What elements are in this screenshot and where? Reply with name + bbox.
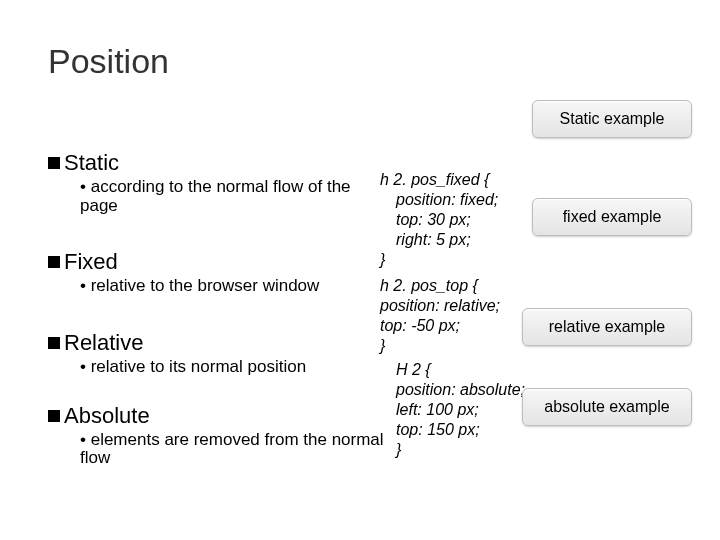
positions-list: Static according to the normal flow of t… — [48, 150, 388, 468]
square-bullet-icon — [48, 337, 60, 349]
static-example-button[interactable]: Static example — [532, 100, 692, 138]
code-line: } — [380, 440, 525, 460]
slide-title: Position — [48, 42, 169, 81]
heading-relative: Relative — [48, 330, 388, 356]
heading-label: Relative — [64, 330, 143, 356]
code-line: position: fixed; — [380, 190, 525, 210]
code-line: top: -50 px; — [380, 316, 525, 336]
code-line: position: relative; — [380, 296, 525, 316]
absolute-example-button[interactable]: absolute example — [522, 388, 692, 426]
square-bullet-icon — [48, 157, 60, 169]
code-examples: h 2. pos_fixed { position: fixed; top: 3… — [380, 170, 525, 464]
code-absolute: H 2 { position: absolute; left: 100 px; … — [380, 360, 525, 460]
code-line: H 2 { — [380, 360, 525, 380]
code-line: left: 100 px; — [380, 400, 525, 420]
code-line: h 2. pos_top { — [380, 276, 525, 296]
bullet-relative: relative to its normal position — [80, 358, 388, 377]
heading-label: Absolute — [64, 403, 150, 429]
heading-label: Static — [64, 150, 119, 176]
code-line: position: absolute; — [380, 380, 525, 400]
code-line: } — [380, 250, 525, 270]
heading-label: Fixed — [64, 249, 118, 275]
code-fixed: h 2. pos_fixed { position: fixed; top: 3… — [380, 170, 525, 270]
heading-absolute: Absolute — [48, 403, 388, 429]
code-line: h 2. pos_fixed { — [380, 170, 525, 190]
heading-static: Static — [48, 150, 388, 176]
heading-fixed: Fixed — [48, 249, 388, 275]
bullet-fixed: relative to the browser window — [80, 277, 388, 296]
code-line: top: 30 px; — [380, 210, 525, 230]
bullet-static: according to the normal flow of the page — [80, 178, 388, 215]
code-relative: h 2. pos_top { position: relative; top: … — [380, 276, 525, 356]
relative-example-button[interactable]: relative example — [522, 308, 692, 346]
fixed-example-button[interactable]: fixed example — [532, 198, 692, 236]
code-line: top: 150 px; — [380, 420, 525, 440]
square-bullet-icon — [48, 410, 60, 422]
bullet-absolute: elements are removed from the normal flo… — [80, 431, 388, 468]
code-line: } — [380, 336, 525, 356]
code-line: right: 5 px; — [380, 230, 525, 250]
square-bullet-icon — [48, 256, 60, 268]
